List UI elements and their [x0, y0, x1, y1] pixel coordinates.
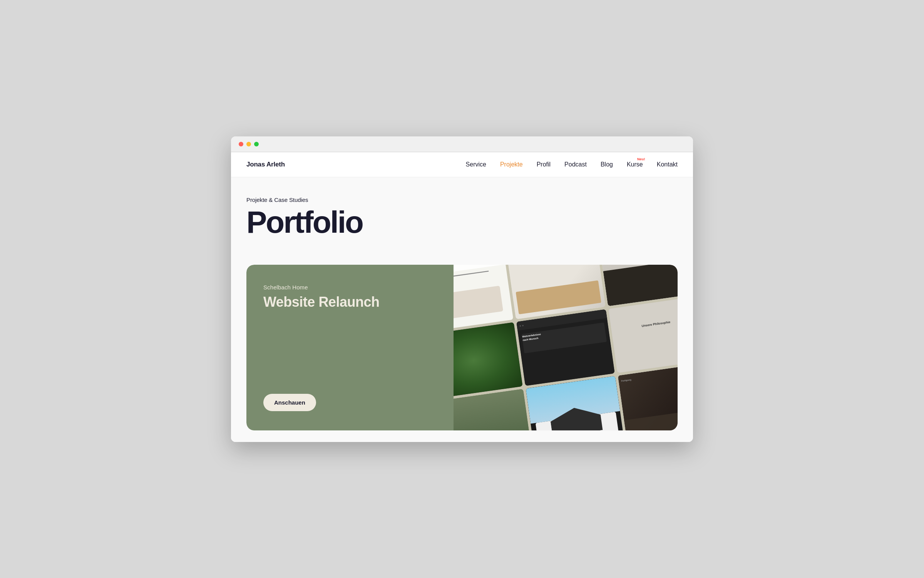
mc-phil-text: Unsere Philosophie [641, 319, 670, 328]
browser-window: Jonas Arleth Service Projekte Profil Pod… [231, 136, 693, 442]
close-button[interactable] [239, 142, 243, 146]
nav-item-service[interactable]: Service [466, 161, 486, 168]
nav-link-service[interactable]: Service [466, 161, 486, 168]
card-project-name: Schelbach Home [263, 284, 437, 291]
mockup-cell-5: Wohnerlebnissenach Wunsch [516, 309, 614, 386]
nav-link-blog[interactable]: Blog [601, 161, 613, 168]
nav-item-kurse[interactable]: Kurse Neu! [627, 161, 643, 168]
mockup-cell-8: Yomei Haus [526, 376, 624, 430]
card-text-content: Schelbach Home Website Relaunch [263, 284, 437, 394]
nav-item-projekte[interactable]: Projekte [500, 161, 523, 168]
browser-chrome [231, 136, 693, 152]
nav-link-podcast[interactable]: Podcast [564, 161, 587, 168]
mockup-grid: Wohnerlebnissenach Wunsch Unsere Philoso… [454, 265, 678, 430]
nav-item-kontakt[interactable]: Kontakt [657, 161, 678, 168]
mockup-cell-1 [454, 265, 514, 332]
nav-link-kurse[interactable]: Kurse [627, 161, 643, 168]
maximize-button[interactable] [254, 142, 259, 146]
mockup-cell-6: Unsere Philosophie [608, 296, 678, 373]
hero-title: Portfolio [246, 207, 678, 238]
nav-link-kontakt[interactable]: Kontakt [657, 161, 678, 168]
anschauen-button[interactable]: Anschauen [263, 394, 316, 411]
nav-item-podcast[interactable]: Podcast [564, 161, 587, 168]
bottom-spacer [231, 430, 693, 442]
badge-neu: Neu! [637, 157, 645, 161]
nav-link-projekte[interactable]: Projekte [500, 161, 523, 168]
card-project-title: Website Relaunch [263, 294, 437, 310]
nav-item-blog[interactable]: Blog [601, 161, 613, 168]
nav-item-profil[interactable]: Profil [537, 161, 551, 168]
brand-logo[interactable]: Jonas Arleth [246, 161, 285, 168]
mockup-cell-9: Fertigung [618, 363, 678, 430]
project-card: Schelbach Home Website Relaunch Anschaue… [246, 265, 678, 430]
nav-link-profil[interactable]: Profil [537, 161, 551, 168]
mockup-cell-7 [454, 389, 532, 430]
page-content: Jonas Arleth Service Projekte Profil Pod… [231, 152, 693, 442]
hero-subtitle: Projekte & Case Studies [246, 197, 678, 203]
hero-section: Projekte & Case Studies Portfolio [231, 177, 693, 265]
card-left-panel: Schelbach Home Website Relaunch Anschaue… [246, 265, 454, 430]
minimize-button[interactable] [246, 142, 251, 146]
navbar: Jonas Arleth Service Projekte Profil Pod… [231, 152, 693, 177]
mockup-cell-4 [454, 322, 523, 399]
card-right-panel: Wohnerlebnissenach Wunsch Unsere Philoso… [454, 265, 678, 430]
mockup-cell-2 [507, 265, 605, 319]
mockup-cell-3 [599, 265, 678, 306]
nav-links: Service Projekte Profil Podcast Blog Kur… [466, 161, 678, 168]
